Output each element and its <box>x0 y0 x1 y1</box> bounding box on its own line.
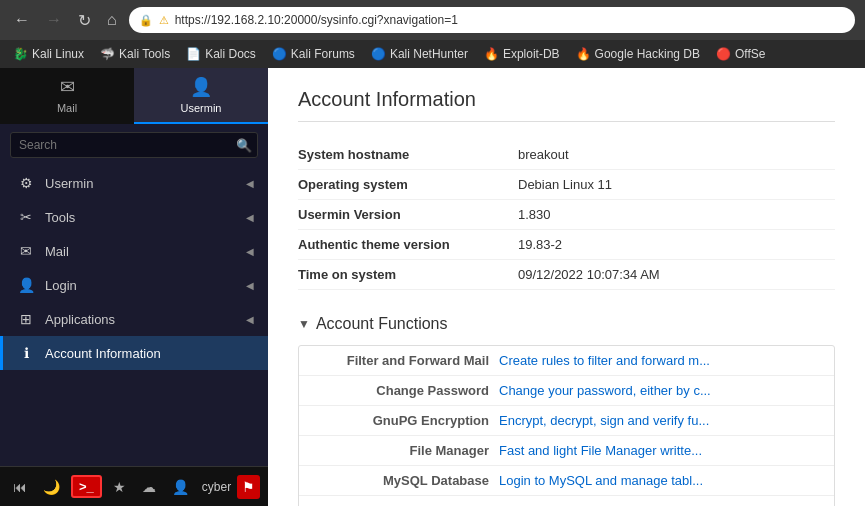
account-info-label: Account Information <box>45 346 254 361</box>
os-label: Operating system <box>298 177 518 192</box>
usermin-tab-icon: 👤 <box>190 76 212 98</box>
mail-label: Mail <box>45 244 236 259</box>
sidebar-item-login[interactable]: 👤 Login ◀ <box>0 268 268 302</box>
warning-icon: ⚠ <box>159 14 169 27</box>
moon-button[interactable]: 🌙 <box>38 475 65 499</box>
bookmark-kali-nethunter[interactable]: 🔵 Kali NetHunter <box>364 45 475 63</box>
tab-usermin[interactable]: 👤 Usermin <box>134 68 268 124</box>
home-button[interactable]: ⌂ <box>103 7 121 33</box>
info-table: System hostname breakout Operating syste… <box>298 140 835 290</box>
exploit-db-icon: 🔥 <box>484 47 499 61</box>
info-row-os: Operating system Debian Linux 11 <box>298 170 835 200</box>
bookmark-exploit-db[interactable]: 🔥 Exploit-DB <box>477 45 567 63</box>
bookmark-label: Kali Forums <box>291 47 355 61</box>
toggle-icon: ▼ <box>298 317 310 331</box>
theme-version-label: Authentic theme version <box>298 237 518 252</box>
function-row-mysql: MySQL Database Login to MySQL and manage… <box>299 466 834 496</box>
username-label: cyber <box>202 480 231 494</box>
sidebar-bottom-bar: ⏮ 🌙 >_ ★ ☁ 👤 cyber ⚑ <box>0 466 268 506</box>
usermin-tab-label: Usermin <box>181 102 222 114</box>
prev-button[interactable]: ⏮ <box>8 475 32 499</box>
sidebar-item-usermin[interactable]: ⚙ Usermin ◀ <box>0 166 268 200</box>
function-row-change-password: Change Password Change your password, ei… <box>299 376 834 406</box>
functions-title: Account Functions <box>316 315 448 333</box>
search-button[interactable]: 🔍 <box>236 138 252 153</box>
user-button[interactable]: 👤 <box>167 475 194 499</box>
functions-header[interactable]: ▼ Account Functions <box>298 315 835 333</box>
applications-icon: ⊞ <box>17 311 35 327</box>
bookmark-label: Google Hacking DB <box>595 47 700 61</box>
forward-button[interactable]: → <box>42 7 66 33</box>
info-row-usermin-version: Usermin Version 1.830 <box>298 200 835 230</box>
back-button[interactable]: ← <box>10 7 34 33</box>
page-title: Account Information <box>298 88 835 122</box>
gnupg-label: GnuPG Encryption <box>309 413 489 428</box>
filter-mail-link[interactable]: Create rules to filter and forward m... <box>499 353 710 368</box>
change-password-label: Change Password <box>309 383 489 398</box>
os-value: Debian Linux 11 <box>518 177 612 192</box>
sidebar-item-account-information[interactable]: ℹ Account Information <box>0 336 268 370</box>
bookmark-label: Kali Linux <box>32 47 84 61</box>
bookmark-kali-linux[interactable]: 🐉 Kali Linux <box>6 45 91 63</box>
cloud-button[interactable]: ☁ <box>137 475 161 499</box>
address-bar[interactable]: 🔒 ⚠ https://192.168.2.10:20000/sysinfo.c… <box>129 7 855 33</box>
time-label: Time on system <box>298 267 518 282</box>
kali-tools-icon: 🦈 <box>100 47 115 61</box>
time-value: 09/12/2022 10:07:34 AM <box>518 267 660 282</box>
kali-linux-icon: 🐉 <box>13 47 28 61</box>
hostname-label: System hostname <box>298 147 518 162</box>
content-inner: Account Information System hostname brea… <box>268 68 865 506</box>
file-manager-link[interactable]: Fast and light File Manager writte... <box>499 443 702 458</box>
lock-icon: 🔒 <box>139 14 153 27</box>
reload-button[interactable]: ↻ <box>74 7 95 34</box>
search-input[interactable] <box>10 132 258 158</box>
sidebar-nav: ⚙ Usermin ◀ ✂ Tools ◀ ✉ Mail ◀ 👤 Login ◀… <box>0 166 268 466</box>
mysql-link[interactable]: Login to MySQL and manage tabl... <box>499 473 703 488</box>
usermin-version-label: Usermin Version <box>298 207 518 222</box>
functions-section: ▼ Account Functions Filter and Forward M… <box>298 315 835 506</box>
sidebar-item-applications[interactable]: ⊞ Applications ◀ <box>0 302 268 336</box>
kali-forums-icon: 🔵 <box>272 47 287 61</box>
sidebar-item-mail[interactable]: ✉ Mail ◀ <box>0 234 268 268</box>
login-icon: 👤 <box>17 277 35 293</box>
content-area: Account Information System hostname brea… <box>268 68 865 506</box>
arrow-icon: ◀ <box>246 280 254 291</box>
bookmark-google-hacking[interactable]: 🔥 Google Hacking DB <box>569 45 707 63</box>
function-row-file-manager: File Manager Fast and light File Manager… <box>299 436 834 466</box>
theme-version-value: 19.83-2 <box>518 237 562 252</box>
hostname-value: breakout <box>518 147 569 162</box>
gnupg-link[interactable]: Encrypt, decrypt, sign and verify fu... <box>499 413 709 428</box>
bookmarks-bar: 🐉 Kali Linux 🦈 Kali Tools 📄 Kali Docs 🔵 … <box>0 40 865 68</box>
account-info-icon: ℹ <box>17 345 35 361</box>
bookmark-label: Kali Tools <box>119 47 170 61</box>
bookmark-label: OffSe <box>735 47 765 61</box>
functions-table: Filter and Forward Mail Create rules to … <box>298 345 835 506</box>
mail-icon: ✉ <box>17 243 35 259</box>
filter-mail-label: Filter and Forward Mail <box>309 353 489 368</box>
star-button[interactable]: ★ <box>108 475 131 499</box>
arrow-icon: ◀ <box>246 212 254 223</box>
mail-tab-icon: ✉ <box>60 76 75 98</box>
flag-button[interactable]: ⚑ <box>237 475 260 499</box>
kali-docs-icon: 📄 <box>186 47 201 61</box>
google-hacking-icon: 🔥 <box>576 47 591 61</box>
bookmark-kali-tools[interactable]: 🦈 Kali Tools <box>93 45 177 63</box>
change-password-link[interactable]: Change your password, either by c... <box>499 383 711 398</box>
terminal-button[interactable]: >_ <box>71 475 102 498</box>
bookmark-kali-forums[interactable]: 🔵 Kali Forums <box>265 45 362 63</box>
bookmark-offse[interactable]: 🔴 OffSe <box>709 45 772 63</box>
tools-icon: ✂ <box>17 209 35 225</box>
info-row-time: Time on system 09/12/2022 10:07:34 AM <box>298 260 835 290</box>
tab-mail[interactable]: ✉ Mail <box>0 68 134 124</box>
sidebar-item-tools[interactable]: ✂ Tools ◀ <box>0 200 268 234</box>
bookmark-kali-docs[interactable]: 📄 Kali Docs <box>179 45 263 63</box>
kali-nethunter-icon: 🔵 <box>371 47 386 61</box>
usermin-icon: ⚙ <box>17 175 35 191</box>
main-layout: ✉ Mail 👤 Usermin 🔍 ⚙ Usermin ◀ ✂ <box>0 68 865 506</box>
function-row-gnupg: GnuPG Encryption Encrypt, decrypt, sign … <box>299 406 834 436</box>
url-text: https://192.168.2.10:20000/sysinfo.cgi?x… <box>175 13 458 27</box>
arrow-icon: ◀ <box>246 178 254 189</box>
login-label: Login <box>45 278 236 293</box>
sidebar-search-area: 🔍 <box>0 124 268 166</box>
info-row-theme-version: Authentic theme version 19.83-2 <box>298 230 835 260</box>
